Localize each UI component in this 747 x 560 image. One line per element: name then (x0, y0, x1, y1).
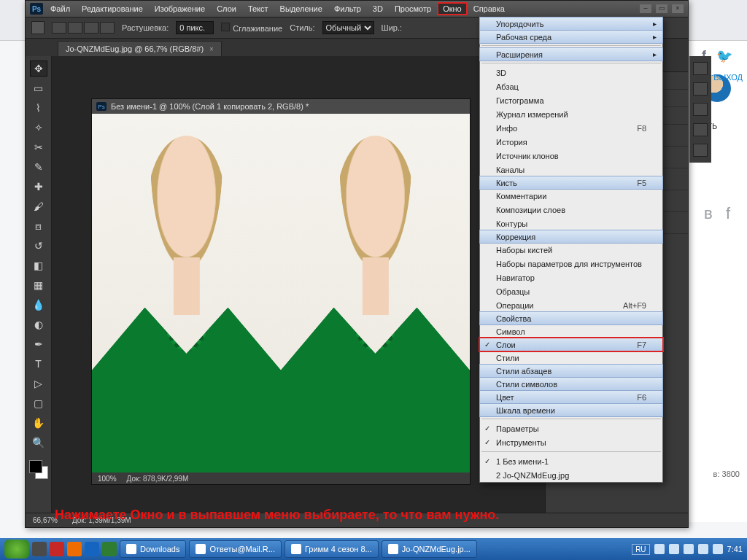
quick-launch-icon[interactable] (102, 542, 117, 556)
menu-слои[interactable]: Слои (211, 2, 242, 15)
panel-icon[interactable] (693, 62, 708, 75)
menu-item[interactable]: Контуры (480, 217, 662, 230)
menu-item[interactable]: Упорядочить (479, 17, 663, 31)
eyedropper-tool[interactable]: ✎ (30, 159, 47, 175)
start-button[interactable] (4, 540, 29, 559)
foreground-background-colors[interactable] (29, 460, 48, 479)
eraser-tool[interactable]: ◧ (30, 257, 47, 273)
menu-item[interactable]: Расширения (479, 47, 663, 61)
menu-item[interactable]: Навигатор (480, 271, 662, 284)
menu-текст[interactable]: Текст (242, 2, 274, 15)
menu-изображение[interactable]: Изображение (149, 2, 211, 15)
menu-item[interactable]: ✓Параметры (480, 421, 662, 435)
tray-icon[interactable] (654, 544, 665, 554)
heal-tool[interactable]: ✚ (30, 179, 47, 195)
menu-item[interactable]: Стили абзацев (479, 364, 663, 378)
lasso-tool[interactable]: ⌇ (30, 100, 47, 116)
menu-справка[interactable]: Справка (468, 2, 511, 15)
menu-item[interactable]: Рабочая среда (479, 30, 663, 44)
menu-item[interactable]: ЦветF6 (479, 390, 663, 404)
menu-item[interactable]: Комментарии (480, 189, 662, 203)
taskbar-item[interactable]: Jo-QNZMdEug.jp... (382, 540, 477, 558)
menu-item[interactable]: Стили (480, 351, 662, 365)
status-zoom[interactable]: 66,67% (33, 516, 58, 524)
menu-файл[interactable]: Файл (44, 2, 76, 15)
move-tool[interactable]: ✥ (30, 61, 47, 77)
menu-item[interactable]: Источник клонов (480, 149, 662, 163)
close-button[interactable]: × (672, 4, 684, 13)
blur-tool[interactable]: 💧 (30, 297, 47, 313)
wand-tool[interactable]: ✧ (30, 120, 47, 136)
tool-preset-icon[interactable] (31, 21, 44, 34)
menu-фильтр[interactable]: Фильтр (328, 2, 367, 15)
quick-launch-icon[interactable] (85, 542, 99, 556)
document-tab[interactable]: Jo-QNZMdEug.jpg @ 66,7% (RGB/8#) × (58, 41, 222, 56)
menu-item[interactable]: ✓1 Без имени-1 (480, 454, 662, 468)
menu-item[interactable]: 3D (480, 66, 662, 79)
history-brush-tool[interactable]: ↺ (30, 238, 47, 254)
menu-item[interactable]: ИнфоF8 (480, 121, 662, 135)
minimize-button[interactable]: – (640, 4, 651, 13)
panel-icon[interactable] (693, 82, 708, 96)
type-tool[interactable]: T (30, 356, 47, 372)
menu-item[interactable]: Свойства (479, 311, 663, 325)
menu-item[interactable]: Стили символов (479, 377, 663, 391)
menu-item[interactable]: ✓Инструменты (480, 435, 662, 449)
menu-item[interactable]: Композиции слоев (480, 203, 662, 217)
gradient-tool[interactable]: ▦ (30, 277, 47, 293)
quick-launch-icon[interactable] (50, 542, 64, 556)
maximize-button[interactable]: ▭ (656, 4, 667, 13)
tw-icon[interactable]: 🐦 (716, 48, 732, 64)
quick-launch-icon[interactable] (32, 542, 47, 556)
panel-icon[interactable] (693, 103, 708, 116)
tray-icon[interactable] (669, 544, 679, 554)
menu-item[interactable]: КистьF5 (479, 176, 663, 190)
menu-item[interactable]: Коррекция (479, 230, 663, 244)
close-tab-icon[interactable]: × (209, 45, 214, 53)
menu-item[interactable]: История (480, 135, 662, 149)
stamp-tool[interactable]: ⧈ (30, 218, 47, 234)
taskbar-item[interactable]: Ответы@Mail.R... (189, 540, 282, 558)
brush-tool[interactable]: 🖌 (30, 198, 47, 214)
menu-item[interactable]: Каналы (480, 163, 662, 176)
menu-item[interactable]: ОперацииAlt+F9 (480, 298, 662, 312)
menu-item[interactable]: Журнал измерений (480, 107, 662, 121)
menu-выделение[interactable]: Выделение (274, 2, 328, 15)
menu-3d[interactable]: 3D (367, 2, 389, 15)
marquee-tool[interactable]: ▭ (30, 80, 47, 96)
menu-item[interactable]: Гистограмма (480, 93, 662, 107)
logout-link[interactable]: ВЫХОД (713, 73, 743, 82)
crop-tool[interactable]: ✂ (30, 139, 47, 155)
menu-item[interactable]: Наборы кистей (480, 243, 662, 257)
menu-item[interactable]: Шкала времени (479, 403, 663, 417)
menu-item[interactable]: Абзац (480, 79, 662, 93)
tray-icon[interactable] (713, 544, 723, 554)
taskbar-item[interactable]: Downloads (120, 540, 186, 558)
style-select[interactable]: Обычный (322, 21, 374, 34)
pen-tool[interactable]: ✒ (30, 336, 47, 352)
feather-input[interactable] (176, 21, 214, 34)
tray-icon[interactable] (698, 544, 708, 554)
language-indicator[interactable]: RU (632, 544, 649, 555)
panel-icon[interactable] (693, 144, 708, 157)
dodge-tool[interactable]: ◐ (30, 316, 47, 332)
inner-zoom[interactable]: 100% (98, 475, 117, 483)
quick-launch-icon[interactable] (67, 542, 82, 556)
taskbar-item[interactable]: Гримм 4 сезон 8... (285, 540, 379, 558)
menu-item[interactable]: Наборы параметров для инструментов (480, 257, 662, 271)
tray-icon[interactable] (684, 544, 694, 554)
panel-icon[interactable] (693, 123, 708, 136)
zoom-tool[interactable]: 🔍 (30, 435, 47, 451)
menu-item[interactable]: Образцы (480, 284, 662, 298)
floating-document[interactable]: Ps Без имени-1 @ 100% (Слой 1 копировать… (91, 98, 471, 485)
hand-tool[interactable]: ✋ (30, 415, 47, 431)
path-tool[interactable]: ▷ (30, 376, 47, 392)
menu-item[interactable]: 2 Jo-QNZMdEug.jpg (480, 468, 662, 482)
menu-просмотр[interactable]: Просмотр (389, 2, 437, 15)
antialias-checkbox[interactable] (221, 23, 230, 31)
shape-tool[interactable]: ▢ (30, 395, 47, 411)
menu-окно[interactable]: Окно (437, 2, 468, 15)
clock[interactable]: 7:41 (727, 545, 743, 553)
menu-item[interactable]: ✓СлоиF7 (479, 337, 664, 352)
menu-редактирование[interactable]: Редактирование (76, 2, 149, 15)
